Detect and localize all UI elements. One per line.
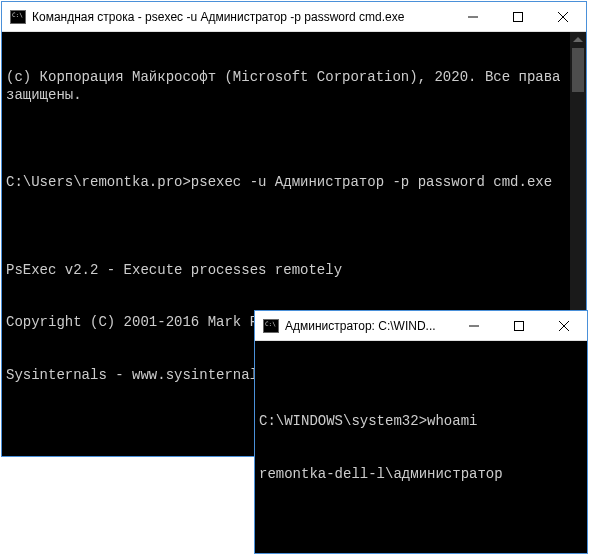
terminal-line: (c) Корпорация Майкрософт (Microsoft Cor…	[6, 69, 568, 104]
window-title-admin: Администратор: C:\WIND...	[285, 319, 451, 333]
minimize-button[interactable]	[450, 2, 495, 31]
titlebar-main[interactable]: Командная строка - psexec -u Администрат…	[2, 2, 586, 32]
cmd-window-admin: Администратор: C:\WIND... C:\WINDOWS\sys…	[254, 310, 588, 554]
scrollbar-thumb[interactable]	[572, 48, 584, 92]
window-title-main: Командная строка - psexec -u Администрат…	[32, 10, 450, 24]
terminal-line: C:\WINDOWS\system32>whoami	[259, 413, 583, 431]
window-controls-admin	[451, 311, 587, 340]
terminal-line: C:\Users\remontka.pro>psexec -u Админист…	[6, 174, 568, 192]
terminal-line: PsExec v2.2 - Execute processes remotely	[6, 262, 568, 280]
cmd-icon	[10, 10, 26, 24]
terminal-line: remontka-dell-l\администратор	[259, 466, 583, 484]
maximize-button[interactable]	[496, 311, 541, 340]
svg-rect-1	[513, 12, 522, 21]
cmd-icon	[263, 319, 279, 333]
window-controls-main	[450, 2, 586, 31]
terminal-output-admin[interactable]: C:\WINDOWS\system32>whoami remontka-dell…	[255, 341, 587, 553]
svg-rect-5	[514, 321, 523, 330]
titlebar-admin[interactable]: Администратор: C:\WIND...	[255, 311, 587, 341]
maximize-button[interactable]	[495, 2, 540, 31]
minimize-button[interactable]	[451, 311, 496, 340]
close-button[interactable]	[541, 311, 587, 340]
close-button[interactable]	[540, 2, 586, 31]
